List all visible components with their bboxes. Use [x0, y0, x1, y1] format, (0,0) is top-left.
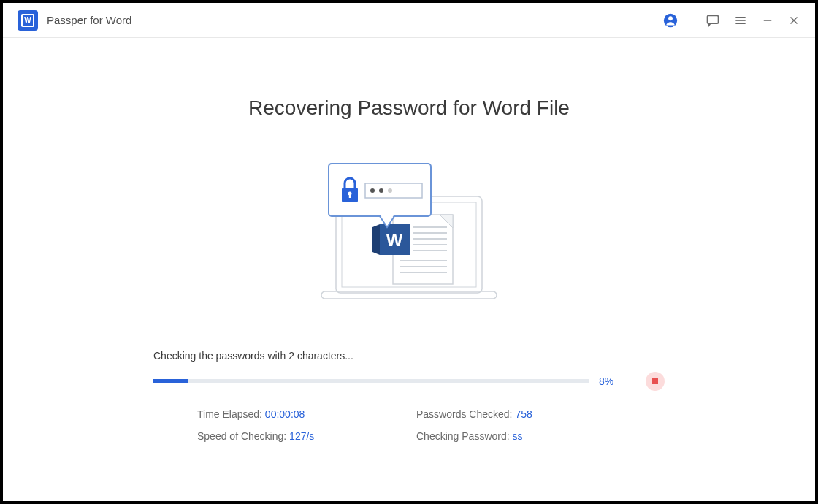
- svg-rect-29: [349, 194, 351, 198]
- svg-text:W: W: [386, 230, 403, 250]
- titlebar-left: W Passper for Word: [18, 10, 131, 31]
- stats-grid: Time Elapsed: 00:00:08 Speed of Checking…: [153, 408, 665, 442]
- stat-label: Passwords Checked:: [416, 408, 515, 420]
- progress-row: 8%: [153, 372, 665, 391]
- stat-label: Speed of Checking:: [197, 430, 289, 442]
- stat-value: 758: [515, 408, 532, 420]
- stat-passwords-checked: Passwords Checked: 758: [416, 408, 635, 420]
- illustration: W: [299, 160, 519, 306]
- status-area: Checking the passwords with 2 characters…: [153, 350, 665, 442]
- stop-button[interactable]: [646, 372, 665, 391]
- stat-value: 127/s: [289, 430, 314, 442]
- titlebar: W Passper for Word: [3, 3, 815, 38]
- progress-fill: [153, 379, 188, 383]
- app-window: W Passper for Word Recovering Password: [3, 3, 815, 501]
- svg-point-32: [379, 188, 383, 193]
- content-area: Recovering Password for Word File: [3, 38, 815, 501]
- feedback-icon[interactable]: [706, 13, 720, 28]
- stats-col-right: Passwords Checked: 758 Checking Password…: [416, 408, 635, 442]
- close-icon[interactable]: [787, 14, 800, 27]
- titlebar-right: [662, 12, 800, 29]
- progress-bar: [153, 379, 589, 383]
- stats-col-left: Time Elapsed: 00:00:08 Speed of Checking…: [197, 408, 416, 442]
- svg-rect-2: [708, 15, 719, 23]
- svg-point-33: [388, 188, 392, 193]
- svg-marker-22: [372, 224, 380, 255]
- app-title: Passper for Word: [47, 14, 131, 26]
- stop-icon: [652, 378, 658, 384]
- menu-icon[interactable]: [733, 13, 748, 28]
- stat-checking-password: Checking Password: ss: [416, 430, 635, 442]
- progress-percent: 8%: [599, 375, 621, 387]
- app-logo-icon: W: [18, 10, 38, 31]
- stat-label: Checking Password:: [416, 430, 513, 442]
- stat-value: ss: [513, 430, 523, 442]
- stat-speed: Speed of Checking: 127/s: [197, 430, 416, 442]
- separator: [692, 12, 692, 29]
- stat-value: 00:00:08: [265, 408, 305, 420]
- svg-point-31: [370, 188, 375, 193]
- page-title: Recovering Password for Word File: [248, 96, 570, 120]
- svg-point-1: [668, 16, 673, 20]
- stat-time-elapsed: Time Elapsed: 00:00:08: [197, 408, 416, 420]
- status-text: Checking the passwords with 2 characters…: [153, 350, 665, 362]
- stat-label: Time Elapsed:: [197, 408, 265, 420]
- minimize-icon[interactable]: [761, 14, 774, 27]
- account-icon[interactable]: [662, 12, 679, 28]
